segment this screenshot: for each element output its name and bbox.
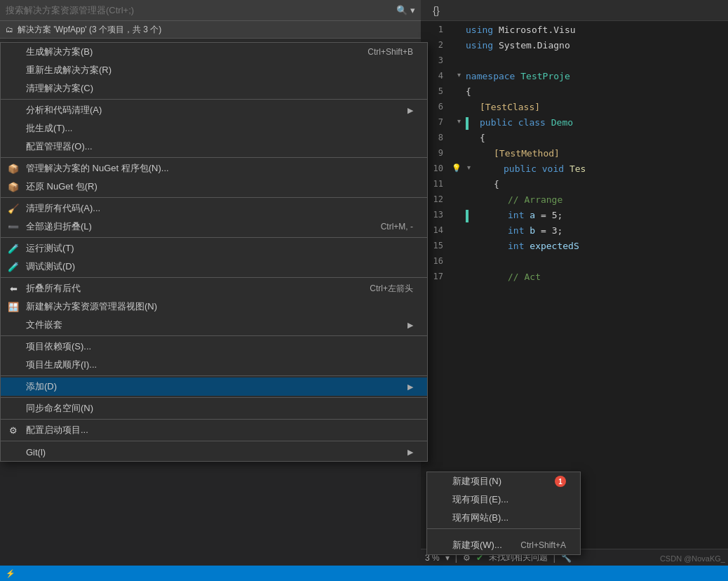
collapse-arrow-icon[interactable]: ▾ [467, 163, 471, 171]
collapse-arrow-icon[interactable]: ▾ [457, 71, 461, 79]
code-line-6: 6[TestClass] [420, 101, 728, 116]
menu-item-cleanup[interactable]: 🧹清理所有代码(A)... [1, 199, 427, 218]
menu-item-label: 配置启动项目... [26, 424, 413, 436]
line-content: int b = 3; [466, 225, 562, 236]
green-indicator [466, 210, 469, 222]
line-content: // Arrange [466, 194, 562, 205]
submenu-item-badge: 1 [555, 476, 566, 487]
menu-item-fold_all[interactable]: ⬅折叠所有后代Ctrl+左箭头 [1, 279, 427, 298]
menu-item-deps[interactable]: 项目依赖项(S)... [1, 338, 427, 356]
code-line-10: 10💡▾public void Tes [420, 163, 728, 178]
token: public [480, 117, 518, 128]
code-line-11: 11{ [420, 178, 728, 194]
submenu-item-label: 新建项(W)... [452, 539, 506, 552]
menu-item-run_test[interactable]: 🧪运行测试(T) [1, 239, 427, 258]
menu-separator [1, 157, 427, 158]
token: b [530, 225, 541, 236]
menu-item-debug_test[interactable]: 🧪调试测试(D) [1, 258, 427, 276]
menu-item-git[interactable]: Git(l)▶ [1, 443, 427, 461]
token: { [480, 133, 485, 143]
submenu-item-new_project[interactable]: 新建项目(N)1 [427, 472, 580, 490]
menu-item-add[interactable]: 添加(D)▶ [1, 378, 427, 396]
submenu-separator [427, 528, 580, 535]
menu-item-analyze[interactable]: 分析和代码清理(A)▶ [1, 101, 427, 119]
token: void [542, 163, 569, 174]
submenu-item-existing_project[interactable]: 现有项目(E)... [427, 490, 580, 509]
menu-separator [1, 197, 427, 198]
collapse-indicator: ▾ [461, 163, 476, 171]
context-menu: 生成解决方案(B)Ctrl+Shift+B重新生成解决方案(R)清理解决方案(C… [0, 42, 428, 462]
submenu-arrow-icon: ▶ [407, 382, 413, 392]
green-indicator [466, 117, 469, 130]
menu-item-config[interactable]: 配置管理器(O)... [1, 138, 427, 156]
status-icon: ⚡ [6, 569, 15, 578]
submenu-item-label: 现有网站(B)... [452, 512, 566, 524]
submenu-item-label: 新建项目(N) [452, 475, 552, 488]
menu-item-shortcut: Ctrl+左箭头 [370, 283, 413, 295]
menu-item-sync_ns[interactable]: 同步命名空间(N) [1, 399, 427, 418]
menu-item-embed[interactable]: 文件嵌套▶ [1, 316, 427, 334]
token: a [530, 210, 541, 220]
view-icon: 🪟 [6, 300, 20, 314]
menu-separator [1, 397, 427, 398]
token: public [504, 163, 542, 174]
menu-item-clean[interactable]: 清理解决方案(C) [1, 79, 427, 98]
fold-icon: ⬅ [6, 281, 20, 295]
line-content: int a = 5; [466, 210, 562, 220]
token: // Arrange [508, 194, 562, 205]
search-dropdown[interactable]: ▾ [410, 5, 415, 15]
menu-item-gear_config[interactable]: ⚙配置启动项目... [1, 421, 427, 439]
line-number: 1 [420, 25, 452, 34]
token: // Act [508, 272, 541, 282]
menu-item-order[interactable]: 项目生成顺序(I)... [1, 356, 427, 374]
menu-separator [1, 419, 427, 420]
line-content: namespace TestProje [466, 71, 570, 81]
menu-item-label: Git(l) [26, 447, 407, 458]
collapse-arrow-icon[interactable]: ▾ [457, 117, 461, 125]
code-line-15: 15int expectedS [420, 240, 728, 255]
line-content: int expectedS [466, 241, 579, 251]
editor-brace-icon: {} [426, 0, 447, 21]
code-line-17: 17// Act [420, 271, 728, 286]
collapse-icon: ➖ [6, 220, 20, 234]
submenu-item-existing_website[interactable]: 现有网站(B)... [427, 509, 580, 527]
menu-item-label: 文件嵌套 [26, 319, 407, 331]
menu-item-label: 配置管理器(O)... [26, 140, 413, 153]
line-content: { [466, 133, 485, 143]
code-area: 1using Microsoft.Visu2using System.Diagn… [420, 21, 728, 289]
token: expectedS [530, 241, 579, 251]
menu-item-new_view[interactable]: 🪟新建解决方案资源管理器视图(N) [1, 298, 427, 316]
menu-item-restore[interactable]: 📦还原 NuGet 包(R) [1, 178, 427, 196]
menu-item-label: 全部递归折叠(L) [26, 220, 367, 233]
search-input[interactable] [6, 5, 393, 15]
menu-item-rebuild[interactable]: 重新生成解决方案(R) [1, 61, 427, 79]
menu-item-build[interactable]: 生成解决方案(B)Ctrl+Shift+B [1, 43, 427, 61]
search-icon: 🔍 [396, 5, 407, 15]
menu-item-batch[interactable]: 批生成(T)... [1, 119, 427, 138]
menu-item-nuget[interactable]: 📦管理解决方案的 NuGet 程序包(N)... [1, 159, 427, 178]
menu-item-label: 折叠所有后代 [26, 282, 356, 295]
cleanup-icon: 🧹 [6, 201, 20, 215]
lightbulb-icon[interactable]: 💡 [452, 163, 461, 173]
submenu-item-label: 现有项目(E)... [452, 493, 566, 506]
token: ; [557, 210, 562, 220]
nuget2-icon: 📦 [6, 180, 20, 194]
menu-item-label: 还原 NuGet 包(R) [26, 180, 413, 193]
menu-item-collapse[interactable]: ➖全部递归折叠(L)Ctrl+M, - [1, 218, 427, 236]
line-content: { [466, 86, 471, 97]
menu-item-label: 分析和代码清理(A) [26, 104, 407, 116]
code-line-1: 1using Microsoft.Visu [420, 24, 728, 39]
token: System.Diagno [499, 40, 570, 51]
submenu-arrow-icon: ▶ [407, 106, 413, 115]
menu-item-label: 清理解决方案(C) [26, 82, 413, 95]
menu-item-label: 项目生成顺序(I)... [26, 359, 413, 371]
flask2-icon: 🧪 [6, 260, 20, 274]
csdn-watermark: CSDN @NovaKG_ [660, 554, 725, 563]
menu-item-label: 同步命名空间(N) [26, 402, 413, 415]
line-content [466, 256, 508, 267]
submenu-item-new_item[interactable]: 新建项(W)...Ctrl+Shift+A [427, 536, 580, 554]
menu-item-label: 管理解决方案的 NuGet 程序包(N)... [26, 162, 413, 175]
code-line-4: 4▾namespace TestProje [420, 70, 728, 86]
menu-item-label: 调试测试(D) [26, 260, 413, 273]
code-line-12: 12// Arrange [420, 194, 728, 209]
